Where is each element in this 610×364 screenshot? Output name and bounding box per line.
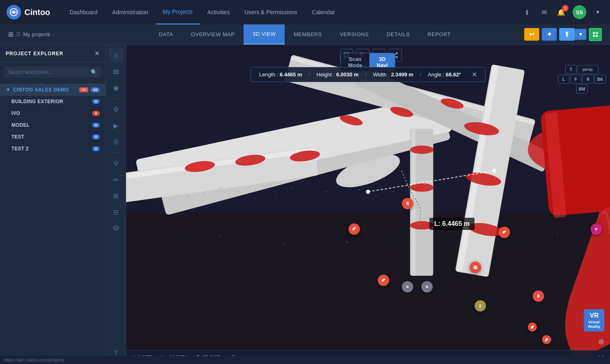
search-input[interactable] [8,69,87,75]
viewport-measurement-label: L: 6.4465 m [429,218,475,230]
info-icon[interactable]: ℹ [521,6,533,18]
tab-details[interactable]: DETAILS [378,24,419,45]
notification-icon[interactable]: 🔔 9 [556,6,567,18]
user-avatar[interactable]: SS [573,5,586,19]
logo-area[interactable]: Cintoo [7,5,50,20]
url-text: https://aec.cintoo.com/projects [4,358,65,362]
measurement-height: Height : 6.0030 m [316,72,358,78]
tooltip-close-button[interactable]: ✕ [472,71,477,78]
svg-point-23 [283,243,285,245]
tree-item-ivo[interactable]: IVO 8 [0,108,105,119]
svg-point-18 [182,237,183,238]
toolbar-gear-icon[interactable] [109,134,123,149]
svg-point-25 [326,238,327,238]
select-button[interactable]: ✦ [542,28,557,41]
avatar-dropdown-icon[interactable]: ▼ [592,6,603,18]
tab-overview-map[interactable]: OVERVIEW MAP [182,24,244,45]
svg-point-68 [366,190,370,194]
svg-point-34 [515,240,516,240]
toolbar-person-icon[interactable]: ⚲ [109,156,123,171]
annotation-marker-bottom-red-1[interactable] [528,323,537,332]
svg-point-101 [595,228,597,230]
svg-point-15 [136,233,137,234]
upload-dropdown-button[interactable]: ▼ [574,29,586,40]
icon-toolbar: ⌂ ◉ ⚙ ▶ ⚲ ✏ ⊞ ⊟ ? [106,45,126,364]
svg-point-99 [406,286,409,288]
measurement-separator-3: / [420,72,421,78]
nav-calendar[interactable]: Calendar [305,0,342,24]
toolbar-video-icon[interactable]: ▶ [109,118,123,133]
nav-activities[interactable]: Activities [200,0,237,24]
tree-item-test2[interactable]: TEST 2 0 [0,143,105,155]
toolbar-separator-1 [110,98,122,99]
svg-point-83 [325,191,327,192]
export-button[interactable] [589,28,602,41]
cube-front-cell[interactable]: F [570,75,582,84]
nav-right-actions: ℹ ✉ 🔔 9 SS ▼ [521,5,603,19]
annotation-marker-gray-1[interactable] [402,281,413,292]
annotation-marker-pencil-3[interactable] [378,275,389,286]
cube-left-cell[interactable]: L [558,75,569,84]
nav-users-permissions[interactable]: Users & Permissions [237,0,305,24]
toolbar-home-icon[interactable]: ⌂ [109,48,123,63]
tree-item-model[interactable]: MODEL 0 [0,119,105,131]
upload-button[interactable]: ⬆ [559,28,574,41]
tree-item-test[interactable]: TEST 0 [0,131,105,143]
tree-item-building-exterior[interactable]: BUILDING EXTERIOR 0 [0,96,105,108]
project-name: CINTOO SALES DEMO [13,87,77,93]
svg-point-69 [492,169,496,173]
svg-point-80 [275,193,276,194]
tree-item-count: 0 [92,146,100,151]
cube-top-cell[interactable]: T [565,65,577,74]
measurement-tooltip: Length : 6.4465 m / Height : 6.0030 m / … [251,67,486,82]
main-nav: Dashboard Administration My Projects Act… [62,0,521,24]
tab-report[interactable]: REPORT [418,24,460,45]
panel-close-button[interactable]: ✕ [94,50,100,57]
svg-point-57 [410,183,434,192]
tab-3d-view[interactable]: 3D VIEW [244,24,285,45]
tab-members[interactable]: MEMBERS [285,24,331,45]
mode-toggle-group: Scan Mode 3D Navi 🚩 📷 [334,49,402,62]
tree-item-label: MODEL [11,122,90,128]
svg-point-36 [557,233,558,234]
svg-rect-5 [596,32,598,34]
cube-bm-cell[interactable]: BM [576,84,588,93]
svg-point-37 [578,238,579,238]
project-root-item[interactable]: ▼ CINTOO SALES DEMO VA 16 [0,84,105,96]
toolbar-pencil-icon[interactable]: ✏ [109,172,123,187]
annotation-marker-4[interactable]: 4 [533,290,544,302]
search-icon: 🔍 [91,69,97,75]
toolbar-separator-2 [110,152,122,153]
annotation-marker-2[interactable]: 2 [475,300,486,312]
cube-right-cell[interactable]: R [582,75,594,84]
annotation-marker-gray-2[interactable] [421,281,433,292]
breadcrumb-label[interactable]: My projects [23,31,50,37]
svg-rect-4 [593,32,595,34]
vr-label: VirtualReality [588,320,600,329]
toolbar-camera-settings-icon[interactable]: ⚙ [109,102,123,117]
toolbar-transform-icon[interactable]: ⊞ [109,188,123,203]
svg-rect-9 [113,72,119,72]
cube-bottom-row: BM [576,84,588,93]
toolbar-globe-icon[interactable]: ◉ [109,80,123,95]
vr-button[interactable]: VR VirtualReality [584,309,604,332]
tab-versions[interactable]: VERSIONS [331,24,377,45]
3d-viewport[interactable]: Scan Mode 3D Navi 🚩 📷 [126,45,610,364]
toolbar-box-icon[interactable]: ⊟ [109,205,123,219]
nav-my-projects[interactable]: My Projects [156,0,200,24]
tree-item-count: 8 [92,111,100,116]
svg-point-16 [149,242,150,243]
project-count-badge: 16 [91,87,100,92]
nav-administration[interactable]: Administration [105,0,156,24]
recenter-icon[interactable]: ⊕ [598,337,604,346]
undo-button[interactable]: ↩ [524,28,539,41]
cube-back-cell[interactable]: BK [595,75,606,84]
nav-dashboard[interactable]: Dashboard [62,0,105,24]
tab-data[interactable]: DATA [150,24,182,45]
cube-persp-label[interactable]: persp. [577,65,599,74]
svg-point-79 [254,197,255,199]
workzone-search-bar[interactable]: 🔍 [4,67,101,78]
toolbar-stack-icon[interactable] [109,221,123,236]
toolbar-layers-icon[interactable] [109,64,123,79]
mail-icon[interactable]: ✉ [538,6,550,18]
